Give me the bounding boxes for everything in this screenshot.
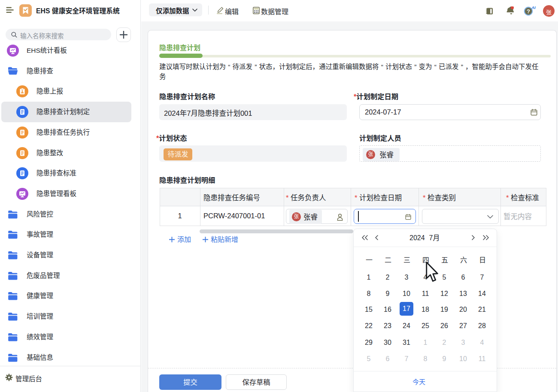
svg-text:?: ?: [527, 8, 530, 15]
svg-text:AI: AI: [531, 6, 536, 10]
